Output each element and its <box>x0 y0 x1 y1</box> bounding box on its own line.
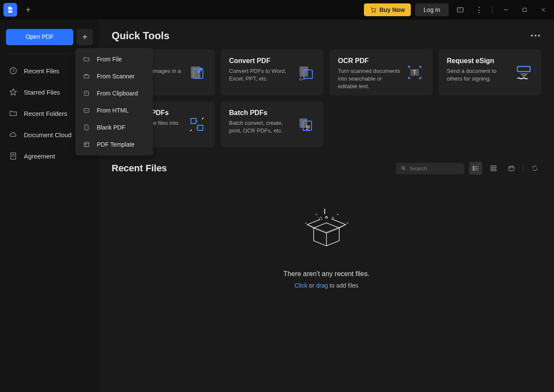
sidebar-item-label: Document Cloud <box>24 131 72 138</box>
sidebar-item-label: Agreement <box>24 153 55 160</box>
maximize-button[interactable] <box>517 3 532 17</box>
close-button[interactable] <box>536 3 551 17</box>
calendar-view-button[interactable] <box>505 162 518 175</box>
svg-rect-14 <box>198 125 203 130</box>
tool-desc: Send a document to others for signing. <box>447 67 511 83</box>
svg-rect-30 <box>84 142 89 147</box>
dropdown-from-html[interactable]: From HTML <box>75 102 153 119</box>
dropdown-pdf-template[interactable]: PDF Template <box>75 136 153 153</box>
tool-card-request-esign[interactable]: Request eSign Send a document to others … <box>439 49 542 95</box>
list-view-button[interactable] <box>469 162 482 175</box>
dropdown-blank-pdf[interactable]: Blank PDF <box>75 119 153 136</box>
svg-point-1 <box>375 12 375 12</box>
open-pdf-button[interactable]: Open PDF <box>6 29 73 45</box>
open-pdf-label: Open PDF <box>26 33 54 40</box>
batch-icon <box>296 115 315 134</box>
content-area: Quick Tools ••• Edit PDF Edit text and i… <box>99 20 554 392</box>
titlebar: + Buy Now Log In ⋮ <box>0 0 554 20</box>
svg-rect-13 <box>191 118 196 124</box>
svg-rect-22 <box>494 166 496 168</box>
new-tab-button[interactable]: + <box>20 2 36 17</box>
tools-grid: Edit PDF Edit text and images in a PDF. … <box>112 49 541 147</box>
html-icon <box>82 106 91 115</box>
tool-card-ocr-pdf[interactable]: OCR PDF Turn scanned documents into sear… <box>329 49 433 95</box>
svg-rect-21 <box>491 166 493 168</box>
svg-rect-29 <box>84 108 89 112</box>
svg-rect-2 <box>457 8 463 12</box>
dropdown-label: From File <box>97 56 122 63</box>
svg-text:T: T <box>413 69 416 75</box>
dropdown-label: From Clipboard <box>97 90 138 97</box>
dropdown-from-clipboard[interactable]: From Clipboard <box>75 85 153 102</box>
tool-desc: Convert PDFs to Word, Excel, PPT, etc. <box>229 67 293 83</box>
star-icon <box>9 87 18 97</box>
quick-tools-title: Quick Tools <box>112 30 170 42</box>
empty-text: There aren't any recent files. <box>283 270 369 278</box>
search-input[interactable] <box>410 165 459 172</box>
document-icon <box>9 151 18 161</box>
cart-icon <box>370 6 377 13</box>
message-icon[interactable] <box>453 3 467 17</box>
app-logo <box>3 3 17 17</box>
create-pdf-button[interactable]: + <box>77 29 93 45</box>
ocr-icon: T <box>405 63 424 82</box>
empty-subtext: Click or drag to add files <box>294 282 358 289</box>
minimize-button[interactable] <box>499 3 513 17</box>
svg-rect-19 <box>473 168 474 169</box>
buy-now-button[interactable]: Buy Now <box>364 3 411 16</box>
separator <box>523 164 523 173</box>
search-box[interactable] <box>396 163 464 174</box>
svg-rect-12 <box>517 66 530 72</box>
svg-rect-24 <box>494 169 496 171</box>
click-link[interactable]: Click <box>294 282 307 289</box>
dropdown-label: From Scanner <box>97 73 135 80</box>
empty-box-icon <box>297 205 356 262</box>
drag-link[interactable]: drag <box>316 282 328 289</box>
dropdown-from-file[interactable]: From File <box>75 51 153 68</box>
refresh-button[interactable] <box>528 162 541 175</box>
tool-title: Request eSign <box>447 57 511 65</box>
dropdown-from-scanner[interactable]: From Scanner <box>75 68 153 85</box>
svg-rect-18 <box>473 166 474 167</box>
empty-state: There aren't any recent files. Click or … <box>112 183 541 289</box>
tool-card-convert-pdf[interactable]: Convert PDF Convert PDFs to Word, Excel,… <box>221 49 324 95</box>
cloud-icon <box>9 130 18 139</box>
more-icon[interactable]: ••• <box>531 32 541 40</box>
tool-title: Convert PDF <box>229 57 293 65</box>
create-pdf-dropdown: From File From Scanner From Clipboard Fr… <box>75 48 153 156</box>
sidebar-item-label: Recent Folders <box>24 110 67 117</box>
kebab-menu-icon[interactable]: ⋮ <box>472 3 486 17</box>
dropdown-label: PDF Template <box>97 141 134 148</box>
svg-point-26 <box>326 216 327 218</box>
esign-icon <box>514 63 533 82</box>
tool-card-batch-pdfs[interactable]: Batch PDFs Batch convert, create, print,… <box>221 101 324 147</box>
convert-icon <box>296 63 315 82</box>
clock-icon <box>9 66 18 75</box>
login-label: Log In <box>424 6 440 13</box>
scanner-icon <box>82 72 91 81</box>
login-button[interactable]: Log In <box>415 3 449 16</box>
template-icon <box>82 140 91 149</box>
svg-rect-25 <box>509 166 514 171</box>
buy-now-label: Buy Now <box>379 6 405 13</box>
svg-rect-23 <box>491 169 493 171</box>
folder-icon <box>9 109 18 118</box>
svg-point-17 <box>402 167 404 169</box>
svg-point-0 <box>372 12 373 12</box>
tool-desc: Batch convert, create, print, OCR PDFs, … <box>229 119 293 135</box>
separator <box>492 6 493 14</box>
svg-rect-20 <box>473 170 474 171</box>
clipboard-icon <box>82 89 91 98</box>
grid-view-button[interactable] <box>487 162 500 175</box>
svg-rect-3 <box>523 8 526 12</box>
search-icon <box>401 165 406 171</box>
combine-icon <box>188 115 206 134</box>
blank-icon <box>82 123 91 132</box>
recent-files-title: Recent Files <box>112 163 167 174</box>
tool-title: OCR PDF <box>338 57 402 65</box>
tool-desc: Turn scanned documents into searchable o… <box>338 67 402 91</box>
svg-rect-27 <box>84 75 89 78</box>
dropdown-label: Blank PDF <box>97 124 125 131</box>
folder-icon <box>82 55 91 63</box>
sidebar-item-label: Recent Files <box>24 67 59 75</box>
